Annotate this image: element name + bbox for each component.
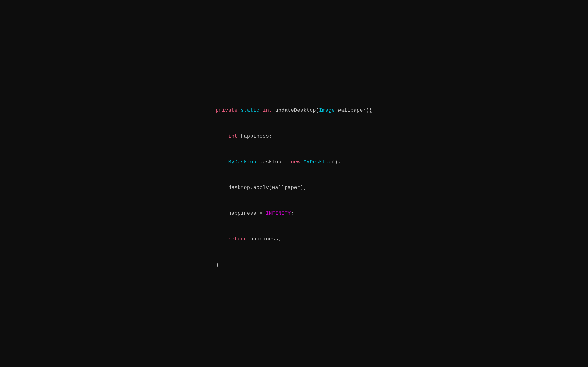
indent-3 [216,185,228,191]
code-line-4: desktop.apply(wallpaper); [216,184,372,192]
class-mydesktop-ctor: MyDesktop [303,159,332,165]
keyword-private: private [216,108,238,113]
code-line-1: private static int updateDesktop(Image w… [216,106,372,115]
happiness-assign: happiness = [228,211,266,216]
keyword-new: new [291,159,300,165]
code-line-5: happiness = INFINITY; [216,209,372,218]
space-2 [259,108,263,113]
indent-4 [216,211,228,216]
class-image: Image [319,108,335,113]
keyword-return: return [228,236,247,242]
code-block: private static int updateDesktop(Image w… [216,89,372,278]
param: wallpaper){ [335,108,372,113]
keyword-static: static [241,108,259,113]
code-line-6: return happiness; [216,235,372,243]
var-happiness: happiness; [237,133,272,139]
indent-1 [216,133,228,139]
method-name: updateDesktop( [272,108,319,113]
semicolon-5: ; [291,211,294,216]
ctor-parens: (); [332,159,341,165]
indent-5 [216,236,228,242]
space-1 [237,108,241,113]
code-line-7: } [216,261,372,269]
return-value: happiness; [247,236,281,242]
code-line-3: MyDesktop desktop = new MyDesktop(); [216,158,372,166]
apply-call: desktop.apply(wallpaper); [228,185,306,191]
class-mydesktop-type: MyDesktop [228,159,256,165]
keyword-int-return-type: int [263,108,272,113]
var-desktop: desktop = [256,159,291,165]
closing-brace: } [216,262,219,268]
keyword-int-var: int [228,133,237,139]
space-new [300,159,303,165]
code-line-2: int happiness; [216,132,372,141]
indent-2 [216,159,228,165]
constant-infinity: INFINITY [266,211,291,216]
